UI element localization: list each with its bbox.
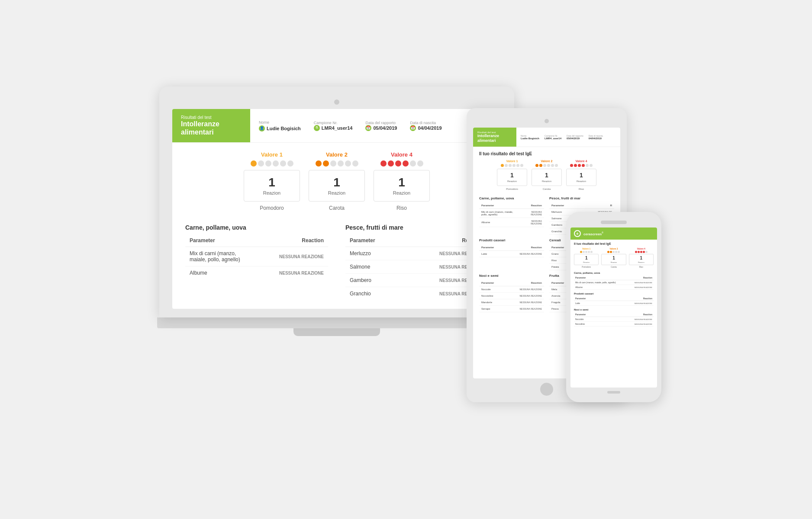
tstar-2-6 — [555, 164, 558, 167]
laptop-pesce-param-2: Salmone — [345, 260, 401, 274]
phone-noci-h-reaction: Reaction — [605, 312, 654, 317]
laptop-pesce-param-4: Granchio — [345, 287, 401, 301]
tablet-noci-r4: NESSUNA REAZIONE — [505, 305, 544, 312]
laptop-nome-value: Ludie Bogisich — [267, 126, 301, 131]
phone-noci-r2: NESSUNA REAZIONE — [605, 322, 654, 327]
laptop-device: Risultati del test Intolleranzealimentar… — [159, 86, 514, 411]
tablet-caseari-r1: NESSUNA REAZIONE — [505, 250, 544, 257]
phone-card-2: Valore 2 1 Reazion — [601, 247, 626, 268]
tablet-caseari-title: Prodotti caseari — [479, 238, 544, 242]
laptop-value-box-3: 1 Reazion — [374, 170, 430, 202]
phone-home-button[interactable] — [607, 391, 620, 394]
star-2-2 — [323, 160, 329, 167]
tablet-noci-title: Noci e semi — [479, 274, 544, 278]
laptop-value-sub-1: Reazion — [263, 190, 280, 195]
tablet-card-1: Valore 1 1 Reazion — [497, 160, 527, 190]
phone-noci-p2: Noccoline — [574, 322, 605, 327]
tstar-3-5 — [586, 164, 589, 167]
tablet-camera — [545, 119, 549, 123]
tstar-1-6 — [520, 164, 523, 167]
phone-vnum-3: 1 — [630, 256, 652, 260]
laptop-stars-1 — [244, 160, 300, 167]
pstar-2-1 — [607, 251, 609, 253]
phone-carne-h-reaction: Reaction — [628, 276, 654, 280]
tablet-table-carne: Parameter Reaction Mix di carn (manzo, m… — [479, 202, 544, 227]
laptop-value-sub-2: Reazion — [328, 190, 345, 195]
laptop-campione-label: Campione Nr. — [314, 121, 353, 125]
phone-vbox-2: 1 Reazion — [601, 254, 626, 265]
phone-carne-p1: Mix di carn (manzo, maiale, pollo, agnel… — [574, 280, 628, 285]
pstar-1-4 — [588, 251, 590, 253]
star-3-3 — [395, 160, 401, 167]
tablet-nome: Nome Ludie Bogisich — [521, 135, 539, 140]
phone-table-noci: Parameter Reaction Nocciole NESSUNA REAZ… — [574, 312, 654, 327]
pstar-2-3 — [612, 251, 615, 253]
phone-noci-title: Noci e semi — [574, 308, 654, 311]
laptop-value-num-2: 1 — [313, 176, 361, 189]
pstar-3-5 — [645, 251, 648, 253]
star-1-6 — [287, 160, 293, 167]
laptop-header-info: Nome 👤 Ludie Bogisich Campione Nr. — [250, 109, 501, 142]
phone-vlabel-3: Valore 4 — [629, 247, 654, 250]
phone-section-caseari: Prodotti caseari Parameter Reaction Latt… — [574, 292, 654, 306]
tablet-noci-h-param: Parameter — [479, 280, 505, 286]
tstar-2-5 — [551, 164, 554, 167]
tablet-rapporto-value: 05/04/2019 — [567, 137, 583, 140]
laptop-brand: Risultati del test Intolleranzealimentar… — [172, 109, 250, 142]
star-2-5 — [345, 160, 351, 167]
tablet-noci-r1: NESSUNA REAZIONE — [505, 286, 544, 292]
laptop-brand-title: Intolleranzealimentari — [181, 120, 242, 136]
laptop-header-nome: Nome 👤 Ludie Bogisich — [259, 120, 301, 131]
laptop-screen: Risultati del test Intolleranzealimentar… — [172, 109, 501, 309]
table-row: Noccioline NESSUNA REAZIONE — [479, 292, 544, 299]
phone-stars-1 — [574, 251, 599, 253]
phone-notch — [601, 221, 627, 224]
phone-vsub-1: Reazion — [583, 261, 590, 263]
tablet-vlabel-2: Valore 2 — [532, 160, 562, 163]
tablet-header-info: Nome Ludie Bogisich Campione Nr. LMR4_us… — [516, 128, 620, 147]
pstar-2-2 — [610, 251, 612, 253]
tablet-carne-r2: NESSUNA REAZIONE — [521, 218, 545, 227]
laptop-value-num-3: 1 — [377, 176, 426, 189]
tablet-nascita-value: 04/04/2019 — [589, 137, 603, 140]
phone-vlabel-2: Valore 2 — [601, 247, 626, 250]
laptop-stand — [293, 328, 380, 336]
laptop-table-pesce-header-param: Parameter — [345, 234, 401, 247]
phone-table-carne: Parameter Reaction Mix di carn (manzo, m… — [574, 276, 654, 290]
pstar-2-4 — [615, 251, 617, 253]
table-row: Mix di carn (manzo, maiale, pollo, agnel… — [479, 208, 544, 218]
star-3-4 — [403, 160, 409, 167]
phone-carne-title: Carne, pollame, uova — [574, 272, 654, 274]
tstar-1-2 — [505, 164, 508, 167]
tstar-3-1 — [570, 164, 573, 167]
laptop-value-num-1: 1 — [248, 176, 296, 189]
tablet-brand: Risultati del test Intolleranzealimentar… — [473, 128, 516, 147]
tablet-section-carne: Carne, pollame, uova Parameter Reaction … — [479, 196, 544, 235]
tablet-campione-value: LMR4_user14 — [545, 137, 561, 140]
tablet-pesce-title: Pesce, frutti di mar — [549, 196, 614, 200]
tablet-vsub-3: Reazion — [577, 180, 586, 183]
phone-caseari-r1: NESSUNA REAZIONE — [605, 301, 654, 306]
tablet-vnum-3: 1 — [568, 172, 594, 179]
tablet-nome-value: Ludie Bogisich — [521, 137, 539, 140]
tablet-pesce-h-reaction: R — [580, 202, 614, 209]
table-row: Latte NESSUNA REAZIONE — [574, 301, 654, 306]
pstar-3-3 — [640, 251, 642, 253]
tablet-home-button[interactable] — [540, 383, 553, 396]
laptop-app-body: Valore 1 1 — [172, 143, 501, 309]
tablet-brand-title: Intolleranzealimentari — [477, 134, 512, 143]
tablet-caseari-h-param: Parameter — [479, 244, 505, 251]
phone-body: Il tuo risultato del test IgE Valore 1 — [570, 240, 657, 332]
tablet-noci-p4: Senape — [479, 305, 505, 312]
phone-vnum-2: 1 — [603, 256, 625, 260]
tablet-carne-r1: NESSUNA REAZIONE — [521, 208, 545, 218]
phone-carne-p2: Albume — [574, 285, 628, 290]
laptop-carne-reaction-1: NESSUNA REAZIONE — [261, 247, 328, 266]
phone-value-cards: Valore 1 1 Reazion — [574, 247, 654, 268]
laptop-header-campione: Campione Nr. ⚗ LMR4_user14 — [314, 121, 353, 131]
star-1-3 — [265, 160, 271, 167]
tablet-table-caseari: Parameter Reaction Latte NESSUNA REAZION… — [479, 244, 544, 257]
pstar-1-2 — [583, 251, 585, 253]
tablet-pesce-h-param: Parameter — [549, 202, 580, 209]
laptop-value-box-1: 1 Reazion — [244, 170, 300, 202]
